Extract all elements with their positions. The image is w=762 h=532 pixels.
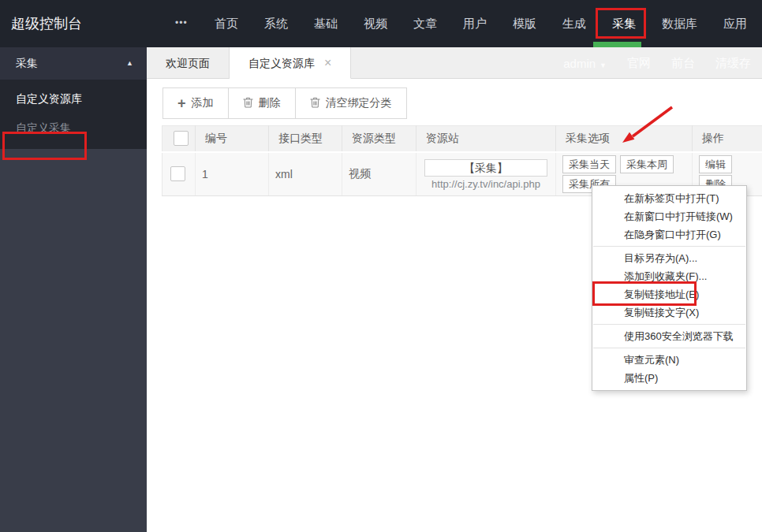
menu-separator — [593, 348, 745, 348]
edit-button[interactable]: 编辑 — [699, 155, 732, 173]
cell-res-type: 视频 — [342, 152, 416, 196]
sidebar-item-custom-resource[interactable]: 自定义资源库 — [0, 84, 147, 113]
clear-button-label: 清空绑定分类 — [326, 96, 392, 110]
menu-item-save-target-as[interactable]: 目标另存为(A)... — [592, 249, 746, 267]
link-clear-cache[interactable]: 清缓存 — [715, 56, 751, 71]
chevron-down-icon: ▼ — [600, 61, 607, 69]
collect-week-button[interactable]: 采集本周 — [620, 155, 674, 173]
cell-api-type: xml — [269, 152, 342, 196]
nav-item-home[interactable]: 首页 — [215, 17, 238, 32]
menu-item-add-to-favorites[interactable]: 添加到收藏夹(F)... — [592, 267, 746, 285]
chevron-up-icon: ▲ — [126, 47, 133, 80]
nav-item-app[interactable]: 应用 — [723, 17, 747, 32]
menu-item-open-new-window[interactable]: 在新窗口中打开链接(W) — [592, 207, 746, 225]
tab-custom-resource-label: 自定义资源库 — [248, 47, 315, 79]
collect-today-button[interactable]: 采集当天 — [562, 155, 616, 173]
row-checkbox[interactable] — [170, 166, 185, 181]
cell-id: 1 — [196, 152, 269, 196]
nav-item-system[interactable]: 系统 — [264, 17, 288, 32]
nav-item-collect[interactable]: 采集 — [612, 17, 636, 32]
toolbar: + 添加 删除 清空绑定分类 — [162, 87, 407, 119]
col-header-site: 资源站 — [416, 126, 556, 152]
select-all-checkbox[interactable] — [174, 131, 189, 146]
sidebar-group-collect[interactable]: 采集 ▲ — [0, 47, 147, 80]
user-menu[interactable]: admin▼ — [563, 57, 607, 70]
tab-welcome[interactable]: 欢迎页面 — [147, 47, 230, 79]
nav-item-article[interactable]: 文章 — [413, 17, 437, 32]
sidebar: 采集 ▲ 自定义资源库 自定义采集 — [0, 47, 147, 532]
collapse-menu-icon[interactable]: ••• — [175, 0, 188, 47]
tab-bar: 欢迎页面 自定义资源库 × admin▼ 官网 前台 清缓存 — [147, 47, 762, 79]
nav-item-user[interactable]: 用户 — [463, 17, 487, 32]
delete-button[interactable]: 删除 — [229, 88, 296, 118]
tab-welcome-label: 欢迎页面 — [166, 47, 210, 79]
cell-site: 【采集】 http://cj.zy.tv/inc/api.php — [416, 152, 556, 196]
add-button-label: 添加 — [192, 96, 214, 110]
nav-item-video[interactable]: 视频 — [364, 17, 387, 32]
trash-icon — [243, 97, 253, 110]
menu-item-inspect-element[interactable]: 审查元素(N) — [592, 351, 746, 369]
clear-bound-category-button[interactable]: 清空绑定分类 — [296, 88, 406, 118]
menu-item-open-incognito[interactable]: 在隐身窗口中打开(G) — [592, 225, 746, 244]
trash-icon — [310, 97, 320, 110]
menu-item-download-with-360[interactable]: 使用360安全浏览器下载 — [592, 327, 746, 345]
header-right-links: admin▼ 官网 前台 清缓存 — [563, 47, 751, 79]
menu-item-copy-link-text[interactable]: 复制链接文字(X) — [592, 303, 746, 322]
menu-separator — [593, 324, 745, 325]
app-title: 超级控制台 — [11, 0, 82, 47]
main-nav: 首页 系统 基础 视频 文章 用户 模版 生成 采集 数据库 应用 — [215, 0, 747, 47]
sidebar-item-custom-collect[interactable]: 自定义采集 — [0, 113, 147, 143]
link-front-site[interactable]: 前台 — [671, 56, 695, 71]
site-url: http://cj.zy.tv/inc/api.php — [423, 178, 549, 190]
col-header-actions: 操作 — [693, 126, 762, 152]
nav-item-basic[interactable]: 基础 — [314, 17, 338, 32]
tab-custom-resource[interactable]: 自定义资源库 × — [230, 47, 351, 79]
top-navbar: 超级控制台 ••• 首页 系统 基础 视频 文章 用户 模版 生成 采集 数据库… — [0, 0, 762, 47]
link-official-site[interactable]: 官网 — [627, 56, 651, 71]
col-header-res-type: 资源类型 — [342, 126, 416, 152]
col-header-options: 采集选项 — [556, 126, 693, 152]
table-header-row: 编号 接口类型 资源类型 资源站 采集选项 操作 — [162, 126, 762, 152]
menu-item-open-new-tab[interactable]: 在新标签页中打开(T) — [592, 189, 746, 207]
user-name: admin — [563, 57, 596, 70]
sidebar-group-label: 采集 — [16, 57, 38, 69]
sidebar-submenu: 自定义资源库 自定义采集 — [0, 80, 147, 149]
add-button[interactable]: + 添加 — [163, 88, 229, 118]
menu-separator — [593, 246, 745, 247]
menu-item-copy-link-address[interactable]: 复制链接地址(E) — [592, 285, 746, 303]
delete-button-label: 删除 — [259, 96, 281, 110]
menu-item-properties[interactable]: 属性(P) — [592, 369, 746, 387]
close-icon[interactable]: × — [324, 57, 331, 69]
nav-item-template[interactable]: 模版 — [513, 17, 536, 32]
site-collect-link[interactable]: 【采集】 — [424, 159, 547, 177]
col-header-api-type: 接口类型 — [269, 126, 342, 152]
nav-item-generate[interactable]: 生成 — [562, 17, 586, 32]
plus-icon: + — [177, 96, 186, 110]
col-header-id: 编号 — [196, 126, 269, 152]
context-menu: 在新标签页中打开(T) 在新窗口中打开链接(W) 在隐身窗口中打开(G) 目标另… — [592, 185, 747, 391]
app-window: 超级控制台 ••• 首页 系统 基础 视频 文章 用户 模版 生成 采集 数据库… — [0, 0, 762, 532]
nav-item-database[interactable]: 数据库 — [662, 17, 697, 32]
